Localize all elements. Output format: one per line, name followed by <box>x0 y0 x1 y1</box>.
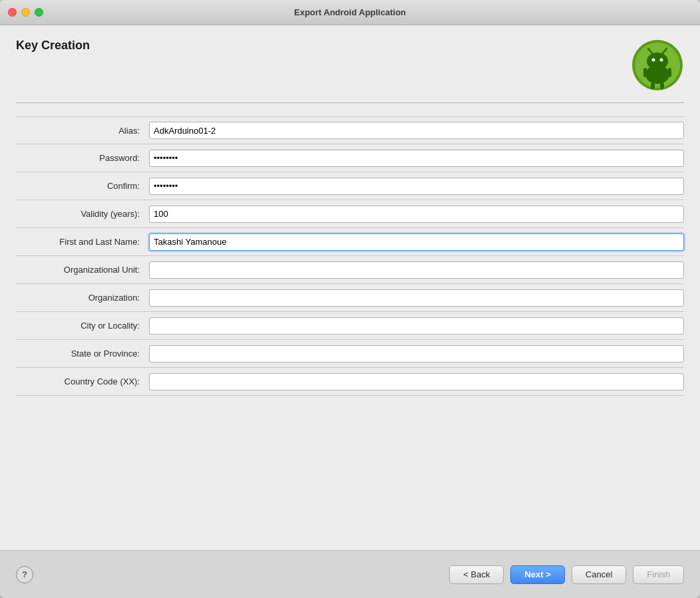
main-window: Export Android Application Key Creation <box>0 0 700 598</box>
form-area: Alias:Password:Confirm:Validity (years):… <box>16 116 684 539</box>
svg-point-4 <box>652 59 655 62</box>
input-first-last-name[interactable] <box>149 233 684 251</box>
label-confirm: Confirm: <box>16 181 149 191</box>
label-org-unit: Organizational Unit: <box>16 265 149 275</box>
help-button[interactable]: ? <box>16 566 33 583</box>
content-area: Key Creation <box>0 25 700 550</box>
svg-point-5 <box>660 59 663 62</box>
label-alias: Alias: <box>16 126 149 136</box>
next-button[interactable]: Next > <box>510 565 564 584</box>
svg-rect-9 <box>668 68 671 77</box>
title-bar: Export Android Application <box>0 0 700 25</box>
input-state[interactable] <box>149 345 684 363</box>
label-first-last-name: First and Last Name: <box>16 237 149 247</box>
bottom-bar: ? < Back Next > Cancel Finish <box>0 550 700 598</box>
input-validity[interactable] <box>149 206 684 223</box>
label-city: City or Locality: <box>16 321 149 331</box>
form-row-org-unit: Organizational Unit: <box>16 256 684 284</box>
form-row-country: Country Code (XX): <box>16 368 684 396</box>
window-title: Export Android Application <box>294 7 406 17</box>
input-country[interactable] <box>149 373 684 390</box>
input-city[interactable] <box>149 317 684 335</box>
section-title: Key Creation <box>16 39 90 53</box>
form-row-city: City or Locality: <box>16 312 684 340</box>
input-password[interactable] <box>149 150 684 167</box>
form-row-first-last-name: First and Last Name: <box>16 228 684 256</box>
label-organization: Organization: <box>16 293 149 303</box>
back-button[interactable]: < Back <box>449 565 504 584</box>
svg-rect-10 <box>651 82 655 89</box>
header-row: Key Creation <box>16 39 684 92</box>
input-confirm[interactable] <box>149 178 684 195</box>
form-row-state: State or Province: <box>16 340 684 368</box>
form-row-alias: Alias: <box>16 116 684 144</box>
form-row-confirm: Confirm: <box>16 172 684 200</box>
input-organization[interactable] <box>149 289 684 307</box>
label-state: State or Province: <box>16 349 149 359</box>
form-row-organization: Organization: <box>16 284 684 312</box>
close-button[interactable] <box>8 8 17 17</box>
input-org-unit[interactable] <box>149 261 684 279</box>
android-logo <box>631 39 684 92</box>
svg-rect-11 <box>660 82 664 89</box>
button-group: < Back Next > Cancel Finish <box>449 565 684 584</box>
divider <box>16 102 684 103</box>
input-alias[interactable] <box>149 122 684 139</box>
form-row-validity: Validity (years): <box>16 200 684 228</box>
maximize-button[interactable] <box>35 8 43 17</box>
label-password: Password: <box>16 153 149 163</box>
minimize-button[interactable] <box>21 8 30 17</box>
svg-rect-8 <box>643 68 647 77</box>
label-country: Country Code (XX): <box>16 376 149 386</box>
cancel-button[interactable]: Cancel <box>572 565 626 584</box>
traffic-lights <box>8 8 43 17</box>
label-validity: Validity (years): <box>16 209 149 219</box>
svg-point-3 <box>647 53 668 70</box>
finish-button[interactable]: Finish <box>633 565 684 584</box>
form-row-password: Password: <box>16 144 684 172</box>
